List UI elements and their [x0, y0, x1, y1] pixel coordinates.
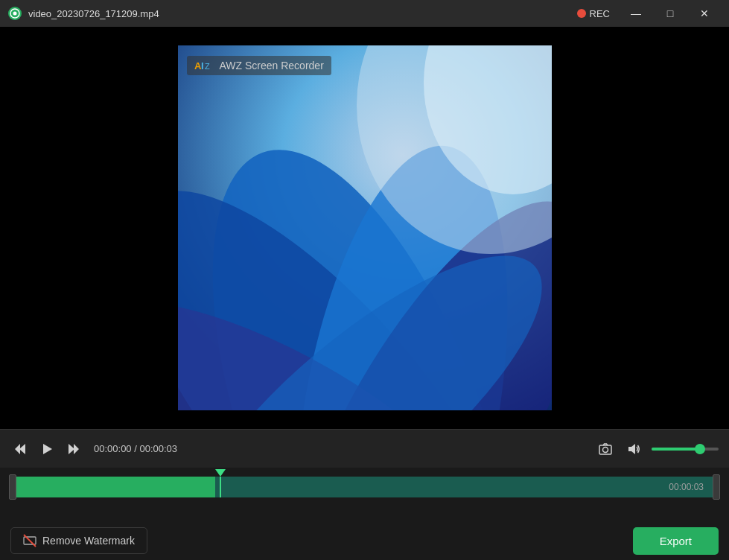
volume-fill	[652, 448, 700, 451]
volume-slider[interactable]	[652, 448, 719, 451]
watermark-icon	[23, 534, 36, 547]
watermark-overlay: A I Z AWZ Screen Recorder	[187, 56, 331, 75]
minimize-button[interactable]: —	[619, 0, 653, 27]
playhead-arrow	[215, 469, 226, 477]
playhead[interactable]	[215, 469, 226, 497]
close-button[interactable]: ✕	[687, 0, 722, 27]
svg-marker-20	[628, 444, 635, 454]
skip-forward-button[interactable]	[64, 439, 83, 459]
screenshot-button[interactable]	[595, 439, 616, 459]
bottom-bar: Remove Watermark Export	[0, 521, 729, 560]
controls-bar: 00:00:00 / 00:00:03	[0, 429, 729, 468]
timeline-progress	[9, 477, 215, 497]
rec-indicator[interactable]: REC	[577, 8, 610, 19]
timeline-area: 00:00:03	[0, 468, 729, 521]
remove-watermark-button[interactable]: Remove Watermark	[10, 527, 147, 554]
volume-thumb[interactable]	[695, 444, 705, 454]
right-controls	[595, 439, 719, 459]
svg-text:I: I	[201, 60, 204, 71]
window-title: video_20230726_171209.mp4	[28, 8, 577, 19]
timeline-left-handle[interactable]	[9, 474, 16, 500]
video-frame: A I Z AWZ Screen Recorder	[178, 45, 552, 410]
play-button[interactable]	[37, 439, 57, 459]
bloom-svg	[178, 45, 552, 410]
svg-marker-16	[43, 444, 52, 454]
watermark-logo: A I Z	[194, 59, 215, 72]
timeline-track-container[interactable]: 00:00:03	[9, 474, 720, 500]
timeline-right-handle[interactable]	[713, 474, 720, 500]
svg-point-2	[13, 12, 17, 16]
svg-text:Z: Z	[205, 62, 210, 71]
time-display: 00:00:00 / 00:00:03	[94, 443, 588, 454]
rec-dot	[577, 9, 586, 18]
timeline-end-time: 00:00:03	[669, 482, 704, 492]
title-bar: video_20230726_171209.mp4 REC — □ ✕	[0, 0, 729, 27]
export-button[interactable]: Export	[633, 527, 719, 555]
video-content	[178, 45, 552, 410]
volume-track[interactable]	[652, 448, 719, 451]
volume-button[interactable]	[623, 439, 644, 459]
app-icon	[7, 6, 22, 21]
svg-point-19	[603, 447, 608, 452]
video-container: A I Z AWZ Screen Recorder	[0, 27, 729, 429]
window-controls: REC — □ ✕	[577, 0, 722, 27]
svg-marker-15	[15, 444, 25, 454]
watermark-text: AWZ Screen Recorder	[220, 60, 324, 71]
playhead-line	[220, 477, 221, 497]
svg-marker-17	[69, 444, 79, 454]
remove-watermark-label: Remove Watermark	[42, 535, 135, 547]
skip-back-button[interactable]	[10, 439, 30, 459]
timeline-track[interactable]: 00:00:03	[9, 477, 720, 497]
rec-label: REC	[590, 8, 610, 19]
maximize-button[interactable]: □	[653, 0, 687, 27]
